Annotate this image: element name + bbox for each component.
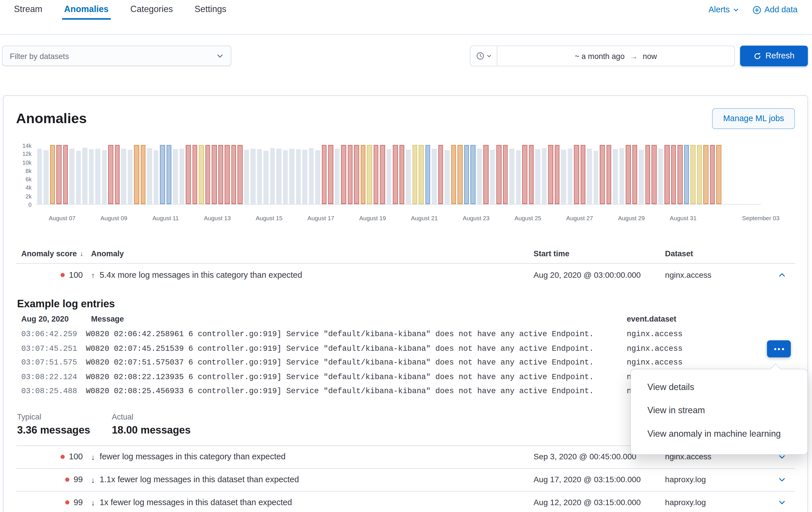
- menu-item-view-in-stream[interactable]: View in stream: [631, 399, 807, 422]
- histogram-bar: [257, 149, 262, 204]
- histogram-slot: [211, 145, 218, 204]
- time-quick-select-button[interactable]: [470, 46, 497, 66]
- histogram-bar: [63, 145, 68, 204]
- histogram-bar: [516, 150, 520, 204]
- expand-cell: [761, 268, 795, 282]
- histogram-slot: [664, 145, 670, 204]
- log-entry-time: 03:07:51.575: [16, 356, 86, 370]
- histogram-bar: [593, 151, 598, 204]
- histogram-bar: [335, 149, 339, 204]
- anomaly-score-cell: 100: [16, 270, 86, 280]
- histogram-slot: [133, 145, 140, 204]
- x-axis-label: August 19: [359, 215, 386, 221]
- histogram-bar: [445, 150, 450, 204]
- histogram-bar: [50, 145, 55, 204]
- histogram-bar: [127, 150, 133, 204]
- arrow-right-icon: →: [630, 52, 637, 60]
- log-entry-message: W0820 02:07:51.575037 6 controller.go:91…: [86, 356, 621, 370]
- x-axis-label: August 07: [49, 215, 76, 221]
- histogram-slot: [399, 145, 405, 204]
- histogram-bar: [406, 150, 411, 204]
- add-data-button[interactable]: Add data: [753, 5, 798, 15]
- alerts-label: Alerts: [708, 5, 730, 15]
- histogram-bar: [483, 145, 488, 204]
- severity-dot: [65, 478, 69, 482]
- y-axis-label: 10k: [22, 159, 31, 165]
- menu-item-view-anomaly-in-machine-learning[interactable]: View anomaly in machine learning: [631, 422, 807, 445]
- manage-ml-jobs-button[interactable]: Manage ML jobs: [712, 108, 795, 129]
- histogram-slot: [644, 145, 651, 204]
- histogram-bar: [632, 145, 637, 204]
- expand-row-button[interactable]: [775, 496, 789, 509]
- histogram-slot: [114, 145, 120, 204]
- histogram-slot: [243, 145, 250, 204]
- histogram-bar: [490, 150, 495, 204]
- chevron-down-icon: [778, 498, 786, 507]
- histogram-slot: [185, 145, 192, 204]
- histogram-slot: [373, 145, 379, 204]
- histogram-slot: [172, 145, 178, 204]
- histogram-bar: [322, 145, 326, 204]
- histogram-slot: [431, 145, 437, 204]
- histogram-bar: [37, 149, 42, 204]
- actual-stat: Actual 18.00 messages: [112, 412, 207, 436]
- histogram-slot: [638, 145, 644, 204]
- histogram-bar: [496, 145, 501, 204]
- anomaly-score-cell: 99: [16, 498, 86, 507]
- tab-settings[interactable]: Settings: [193, 0, 229, 20]
- histogram-bar: [581, 145, 585, 204]
- arrow-down-icon: ↓: [91, 475, 95, 484]
- menu-item-view-details[interactable]: View details: [631, 375, 807, 399]
- histogram-slot: [308, 145, 314, 204]
- tab-anomalies[interactable]: Anomalies: [62, 0, 111, 20]
- time-range-end[interactable]: now: [643, 52, 657, 60]
- histogram-slot: [709, 145, 716, 204]
- histogram-slot: [153, 145, 160, 204]
- log-entry-actions-button[interactable]: [767, 340, 791, 357]
- histogram-slot: [82, 145, 88, 204]
- histogram-slot: [42, 145, 49, 204]
- ellipsis-dot: [778, 348, 780, 350]
- log-entry-message: W0820 02:06:42.258961 6 controller.go:91…: [86, 327, 621, 342]
- tab-categories[interactable]: Categories: [128, 0, 175, 20]
- histogram-slot: [295, 145, 301, 204]
- histogram-bar: [626, 145, 631, 204]
- x-axis-label: August 23: [463, 215, 490, 221]
- dataset-filter-select[interactable]: Filter by datasets: [2, 46, 231, 66]
- dataset-filter-placeholder: Filter by datasets: [10, 52, 216, 60]
- histogram-bar: [393, 145, 398, 204]
- histogram-bar: [600, 145, 605, 204]
- column-header-anomaly: Anomaly: [86, 249, 528, 258]
- x-axis-label: August 09: [100, 215, 127, 221]
- anomaly-score-cell: 100: [16, 452, 86, 462]
- time-range-start[interactable]: ~ a month ago: [575, 52, 625, 60]
- x-axis-label: August 13: [204, 215, 231, 221]
- column-header-anomaly-score[interactable]: Anomaly score ↓: [16, 249, 86, 258]
- anomaly-message: 1.1x fewer log messages in this dataset …: [99, 475, 299, 485]
- histogram-bar: [277, 149, 281, 204]
- refresh-icon: [754, 52, 761, 60]
- expand-row-button[interactable]: [775, 473, 789, 486]
- log-entry-message: W0820 02:08:25.456933 6 controller.go:91…: [86, 384, 621, 399]
- histogram-bar: [464, 145, 469, 204]
- collapse-row-button[interactable]: [775, 268, 789, 282]
- histogram-bar: [367, 145, 372, 204]
- histogram-bar: [179, 149, 184, 204]
- time-range-display[interactable]: ~ a month ago → now: [497, 46, 734, 66]
- add-data-label: Add data: [764, 5, 798, 15]
- y-axis-label: 2k: [26, 193, 31, 199]
- histogram-slot: [276, 145, 282, 204]
- anomaly-cell: ↑ 5.4x more log messages in this categor…: [86, 270, 528, 280]
- histogram-slot: [166, 145, 172, 204]
- histogram-bar: [477, 149, 482, 204]
- arrow-down-icon: ↓: [91, 498, 95, 507]
- histogram-slot: [418, 145, 425, 204]
- x-axis-label: September 03: [742, 215, 780, 221]
- refresh-label: Refresh: [765, 51, 794, 61]
- anomaly-score-cell: 99: [16, 475, 86, 485]
- histogram-slot: [321, 145, 327, 204]
- refresh-button[interactable]: Refresh: [740, 46, 808, 66]
- alerts-menu-button[interactable]: Alerts: [708, 5, 739, 15]
- histogram-bar: [458, 145, 462, 204]
- tab-stream[interactable]: Stream: [12, 0, 45, 20]
